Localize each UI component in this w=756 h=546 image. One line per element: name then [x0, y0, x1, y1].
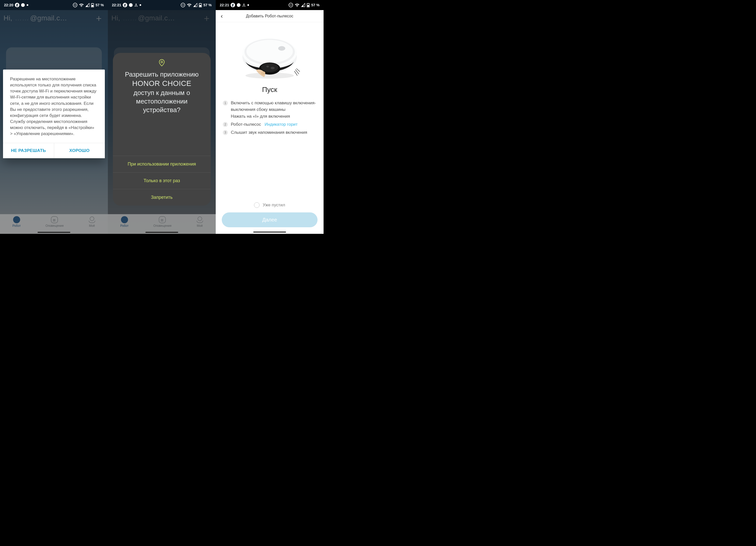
nav-alerts-label: Оповещения: [153, 224, 172, 228]
status-bar: 22:21 57 %: [108, 0, 216, 10]
signal-icon: [193, 3, 197, 7]
system-location-permission-dialog: Разрешить приложению HONOR CHOICE доступ…: [113, 53, 211, 206]
battery-icon: [307, 3, 310, 7]
nav-robot-label: Робот: [12, 224, 21, 228]
screen-header: ‹ Добавить Робот-пылесос: [216, 10, 324, 22]
step-3-text: Слышит звук напоминания включения: [231, 129, 317, 136]
nav-alerts[interactable]: Оповещения: [153, 216, 172, 228]
status-battery: 57 %: [203, 3, 212, 7]
facebook-icon: [231, 3, 235, 7]
robot-vacuum-illustration: [239, 29, 300, 79]
nav-alerts-label: Оповещения: [46, 224, 64, 228]
gesture-pill: [253, 232, 286, 233]
facebook-icon: [15, 3, 19, 7]
skater-icon: [134, 3, 138, 7]
step-number-icon: 3: [223, 130, 228, 135]
alerts-nav-icon: [159, 216, 166, 223]
ok-button[interactable]: ХОРОШО: [54, 143, 105, 158]
signal-icon: [301, 3, 305, 7]
add-robot-screen: ‹ Добавить Робот-пылесос Пуск 1 Включить…: [216, 10, 324, 234]
allow-once-button[interactable]: Только в этот раз: [113, 172, 211, 189]
step-3: 3 Слышит звук напоминания включения: [223, 129, 317, 136]
battery-icon: [199, 3, 202, 7]
dnd-icon: [181, 3, 185, 7]
step-number-icon: 1: [223, 101, 228, 106]
deny-permission-button[interactable]: Запретить: [113, 189, 211, 206]
wifi-icon: [295, 3, 300, 7]
step-number-icon: 2: [223, 122, 228, 127]
small-dot-icon: [26, 4, 28, 6]
step-1a-text: Включить с помощью клавишу включения-вык…: [231, 100, 317, 113]
step-1b-text: Нажать на «I» для включения: [231, 113, 317, 120]
alerts-nav-icon: [51, 216, 58, 223]
bottom-nav: Робот Оповещения Моё: [0, 214, 108, 234]
bottom-nav: Робот Оповещения Моё: [108, 214, 216, 234]
status-time: 22:21: [220, 3, 229, 7]
signal-icon: [85, 3, 89, 7]
nav-robot-label: Робот: [120, 224, 129, 228]
step-2-text: Робот-пылесос: [231, 122, 261, 127]
nav-mine[interactable]: Моё: [88, 216, 96, 228]
status-time: 22:21: [112, 3, 121, 7]
nav-robot[interactable]: Робот: [12, 216, 21, 228]
nav-mine-label: Моё: [197, 224, 203, 228]
wifi-icon: [79, 3, 84, 7]
indicator-on-link[interactable]: Индикатор горит: [265, 122, 298, 127]
status-bar: 22:21 57 %: [216, 0, 324, 10]
nav-mine[interactable]: Моё: [196, 216, 203, 228]
section-heading: Пуск: [216, 86, 324, 94]
gesture-pill: [145, 232, 178, 233]
dialog-body: Разрешение на местоположение используетс…: [3, 70, 105, 143]
setup-steps: 1 Включить с помощью клавишу включения-в…: [216, 100, 324, 138]
screenshot-1: Hi, …… @gmail.c… ＋ 22:20 57 % Разрешение…: [0, 0, 108, 234]
battery-icon: [91, 3, 94, 7]
status-bar: 22:20 57 %: [0, 0, 108, 10]
screen-title: Добавить Робот-пылесос: [216, 14, 324, 18]
next-button[interactable]: Далее: [222, 212, 318, 227]
dnd-icon: [73, 3, 77, 7]
location-explanation-dialog: Разрешение на местоположение используетс…: [3, 70, 105, 158]
nav-mine-label: Моё: [89, 224, 95, 228]
status-battery: 57 %: [96, 3, 104, 7]
facebook-icon: [123, 3, 127, 7]
dot-icon: [129, 3, 133, 7]
allow-while-using-button[interactable]: При использовании приложения: [113, 156, 211, 172]
small-dot-icon: [139, 4, 141, 6]
perm-line1: Разрешить приложению: [125, 71, 199, 78]
dnd-icon: [289, 3, 293, 7]
mine-nav-icon: [196, 216, 203, 223]
deny-button[interactable]: НЕ РАЗРЕШАТЬ: [3, 143, 54, 158]
already-started-checkbox[interactable]: Уже пустил: [222, 202, 318, 208]
perm-app-name: HONOR CHOICE: [132, 79, 192, 87]
small-dot-icon: [247, 4, 249, 6]
dot-icon: [21, 3, 25, 7]
checkbox-icon: [254, 202, 260, 208]
step-2: 2 Робот-пылесос Индикатор горит: [223, 121, 317, 128]
location-pin-icon: [158, 59, 165, 67]
status-time: 22:20: [4, 3, 13, 7]
status-battery: 57 %: [311, 3, 320, 7]
perm-line2: доступ к данным о местоположении устройс…: [134, 89, 190, 114]
dot-icon: [237, 3, 241, 7]
mine-nav-icon: [88, 216, 96, 223]
nav-robot[interactable]: Робот: [120, 216, 129, 228]
gesture-pill: [38, 232, 70, 233]
robot-nav-icon: [121, 216, 128, 223]
skater-icon: [242, 3, 246, 7]
nav-alerts[interactable]: Оповещения: [46, 216, 64, 228]
screenshot-3: 22:21 57 % ‹ Добавить Робот-пылесос Пуск…: [216, 0, 324, 234]
robot-nav-icon: [13, 216, 20, 223]
checkbox-label: Уже пустил: [263, 203, 285, 208]
screenshot-2: Hi, …… @gmail.c… ＋ 22:21 57 % Разрешить …: [108, 0, 216, 234]
step-1: 1 Включить с помощью клавишу включения-в…: [223, 100, 317, 120]
permission-title: Разрешить приложению HONOR CHOICE доступ…: [113, 67, 211, 116]
wifi-icon: [187, 3, 192, 7]
